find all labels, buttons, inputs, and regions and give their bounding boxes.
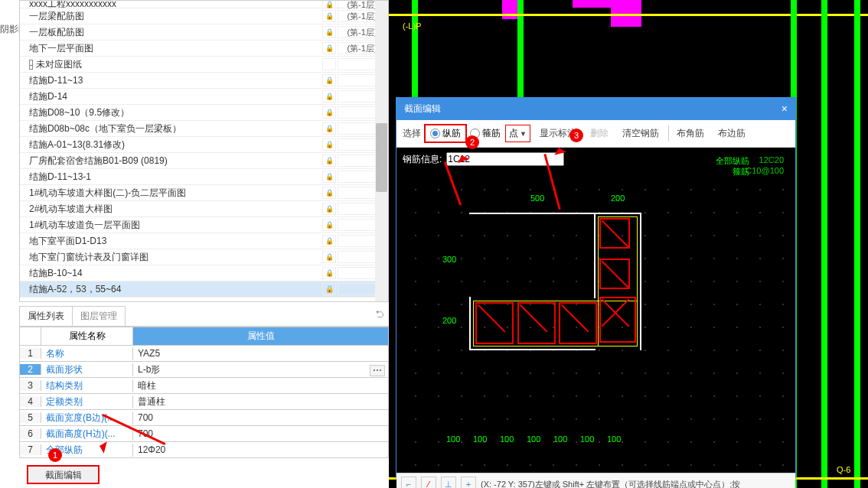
row-num: 2 (20, 364, 41, 375)
rebar-6[interactable] (559, 302, 597, 344)
more-button[interactable]: ⋯ (370, 365, 385, 376)
dim-500: 500 (530, 194, 544, 203)
rebar-1[interactable] (599, 218, 630, 249)
dim-100b: 100 (473, 434, 487, 444)
prop-value[interactable]: 12Φ20 (133, 444, 388, 455)
tree-row[interactable]: 结施A-01~13(8.31修改) (20, 137, 388, 153)
prop-row[interactable]: 3 结构类别 暗柱 (19, 378, 389, 394)
tree-row[interactable]: xxxx工程xxxxxxxxxxx(第-1层) (20, 1, 388, 8)
tree-row[interactable]: 结施B-10~14 (20, 265, 388, 281)
tree-row[interactable]: 1#机动车坡道大样图(二)-负二层平面图 (20, 185, 388, 201)
prop-header-value: 属性值 (133, 327, 388, 345)
tree-row[interactable]: 结施D-11~13-1 (20, 169, 388, 185)
tree-row[interactable]: 地下室平面D1-D13 (20, 233, 388, 249)
property-panel: 属性列表 图层管理 ⮌ 属性名称 属性值 1 名称 YAZ52 截面形状 L-b… (19, 306, 389, 458)
tab-layers[interactable]: 图层管理 (72, 306, 126, 326)
tree-label: 一层板配筋图 (23, 26, 322, 39)
tree-row[interactable]: 结施D-11~13 (20, 73, 388, 89)
tree-label: -未对应图纸 (23, 58, 322, 71)
prop-value[interactable]: L-b形⋯ (133, 363, 388, 376)
rebar-5[interactable] (517, 302, 556, 344)
rebar-info-label: 钢筋信息: (403, 153, 442, 166)
tree-label: 1#机动车坡道大样图(二)-负二层平面图 (23, 187, 322, 200)
prop-row[interactable]: 1 名称 YAZ5 (19, 346, 389, 362)
collapse-icon[interactable]: ⮌ (370, 306, 389, 326)
row-num: 3 (20, 380, 41, 391)
lock-icon[interactable] (322, 251, 336, 263)
prop-row[interactable]: 4 定额类别 普通柱 (19, 394, 389, 410)
tree-row[interactable]: 一层梁配筋图(第-1层) (20, 8, 388, 24)
dim-100d: 100 (527, 434, 540, 444)
sb-btn-1[interactable]: ⌐ (401, 477, 416, 488)
prop-value[interactable]: 700 (133, 412, 388, 423)
prop-name: 结构类别 (41, 379, 133, 392)
tree-label: 结施A-52，53，55~64 (23, 283, 322, 296)
row-num: 1 (20, 348, 41, 359)
section-canvas[interactable]: 500 200 300 200 100 100 100 100 100 100 … (396, 171, 795, 473)
point-dropdown[interactable]: 点▼ (505, 125, 530, 142)
lock-icon[interactable] (322, 267, 336, 279)
lock-icon[interactable] (322, 187, 336, 199)
lock-icon[interactable] (322, 10, 336, 22)
tree-scrollbar[interactable] (375, 1, 388, 301)
lock-icon[interactable] (322, 203, 336, 215)
prop-value[interactable]: 普通柱 (133, 395, 388, 408)
sb-btn-3[interactable]: ⊥ (441, 477, 456, 488)
dialog-status-bar: ⌐ ∕ ⊥ + (X: -72 Y: 357)左键或 Shift+ 左键布置（可… (396, 473, 795, 488)
prop-value[interactable]: 700 (133, 428, 388, 439)
dim-100a: 100 (446, 434, 460, 444)
tree-row[interactable]: -未对应图纸 (20, 57, 388, 73)
rebar-2[interactable] (599, 259, 630, 289)
lock-icon[interactable] (322, 42, 336, 54)
tree-row[interactable]: 地下室门窗统计表及门窗详图 (20, 249, 388, 265)
section-edit-button[interactable]: 截面编辑 (27, 465, 100, 484)
prop-value[interactable]: YAZ5 (133, 348, 388, 359)
lock-icon[interactable] (322, 235, 336, 247)
rebar-4[interactable] (475, 302, 514, 344)
tree-label: 结施D-11~13 (23, 74, 322, 87)
tree-label: 1#机动车坡道负一层平面图 (23, 219, 322, 232)
lock-icon[interactable] (322, 155, 336, 167)
tab-properties[interactable]: 属性列表 (19, 306, 73, 326)
tree-row[interactable]: 一层板配筋图(第-1层) (20, 24, 388, 41)
tree-row[interactable]: 厂房配套宿舍结施B01-B09 (0819) (20, 153, 388, 169)
toolbar-corner-bar[interactable]: 布角筋 (668, 125, 709, 142)
annotation-badge-1: 1 (48, 448, 62, 462)
prop-row[interactable]: 6 截面高度(H边)(... 700 (19, 426, 389, 442)
dim-300: 300 (442, 255, 456, 264)
prop-row[interactable]: 2 截面形状 L-b形⋯ (19, 362, 389, 378)
toolbar-delete[interactable]: 删除 (586, 125, 613, 142)
radio-longitudinal[interactable]: 纵筋 (430, 127, 461, 140)
lock-icon[interactable] (322, 171, 336, 183)
lock-icon[interactable] (322, 122, 336, 135)
row-num: 5 (20, 412, 41, 423)
scroll-thumb[interactable] (376, 123, 387, 192)
close-icon[interactable]: × (782, 102, 788, 115)
tree-row[interactable]: 1#机动车坡道负一层平面图 (20, 217, 388, 233)
toolbar-select[interactable]: 选择 (403, 127, 421, 140)
tree-row[interactable]: 结施D-14 (20, 89, 388, 105)
prop-value[interactable]: 暗柱 (133, 379, 388, 392)
lock-icon[interactable] (322, 106, 336, 119)
expander-icon[interactable]: - (29, 60, 33, 70)
sb-btn-2[interactable]: ∕ (421, 477, 436, 488)
prop-row[interactable]: 7 全部纵筋 12Φ20 (19, 442, 389, 458)
drawing-tree-panel: xxxx工程xxxxxxxxxxx(第-1层)一层梁配筋图(第-1层)一层板配筋… (19, 0, 389, 302)
rebar-3[interactable] (599, 297, 636, 343)
tree-row[interactable]: 结施A-52，53，55~64 (20, 281, 388, 298)
lock-icon[interactable] (322, 138, 336, 151)
lock-icon[interactable] (322, 74, 336, 86)
toolbar-clear[interactable]: 清空钢筋 (618, 125, 664, 142)
tree-label: 结施D-11~13-1 (23, 171, 322, 184)
lock-icon[interactable] (322, 90, 336, 102)
lock-icon[interactable] (322, 26, 336, 38)
toolbar-edge-bar[interactable]: 布边筋 (713, 125, 750, 142)
lock-icon[interactable] (322, 283, 336, 295)
prop-row[interactable]: 5 截面宽度(B边)(... 700 (19, 410, 389, 426)
lock-icon[interactable] (322, 219, 336, 231)
tree-row[interactable]: 结施D08~10（9.5修改） (20, 105, 388, 121)
sb-btn-4[interactable]: + (461, 477, 476, 488)
tree-row[interactable]: 地下一层平面图(第-1层) (20, 41, 388, 57)
tree-row[interactable]: 2#机动车坡道大样图 (20, 201, 388, 217)
tree-row[interactable]: 结施D08b~08c（地下室负一层梁板） (20, 121, 388, 137)
